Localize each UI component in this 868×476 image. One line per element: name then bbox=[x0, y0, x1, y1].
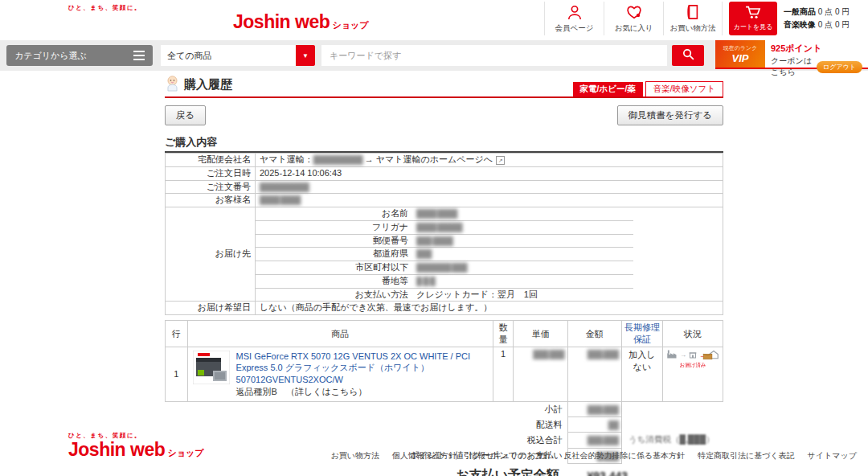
payment-method-value: クレジットカード：翌月 1回 bbox=[412, 288, 633, 301]
delivery-date-label: お届け希望日 bbox=[166, 302, 256, 315]
house-icon bbox=[708, 349, 719, 361]
view-cart-button[interactable]: カートを見る bbox=[729, 2, 777, 35]
footer-link-privacy[interactable]: 個人情報保護方針 bbox=[392, 450, 457, 462]
search-icon bbox=[682, 47, 695, 64]
issue-quote-button[interactable]: 御見積書を発行する bbox=[617, 105, 723, 125]
col-line: 行 bbox=[166, 321, 188, 347]
logout-button[interactable]: ログアウト bbox=[817, 61, 862, 73]
category-menu-label: カテゴリから選ぶ bbox=[14, 50, 87, 62]
table-row: 都道府県███ bbox=[256, 248, 633, 261]
category-menu-button[interactable]: カテゴリから選ぶ bbox=[6, 45, 153, 66]
heart-icon bbox=[625, 11, 643, 23]
category-select-value: 全ての商品 bbox=[161, 50, 296, 62]
status-cell: → → お届け済み bbox=[662, 347, 723, 402]
site-logo[interactable]: ひと、まち、笑顔に。 Joshin web ショップ bbox=[68, 5, 369, 31]
table-row: お名前████ ████ bbox=[256, 207, 633, 220]
carrier-label: 宅配便会社名 bbox=[166, 154, 256, 167]
site-footer: ひと、まち、笑顔に。 Joshin web ショップ お買い物方法 個人情報保護… bbox=[0, 431, 868, 476]
product-image[interactable] bbox=[193, 351, 230, 398]
footer-link-sitemap[interactable]: サイトマップ bbox=[808, 450, 857, 462]
cart-summary-media: 音楽映像 0 点 0 円 bbox=[784, 18, 860, 31]
factory-icon bbox=[666, 349, 678, 361]
page-title-bar: 購入履歴 家電/ホビー/薬 音楽/映像ソフト bbox=[165, 71, 723, 98]
site-header: ひと、まち、笑顔に。 Joshin web ショップ 会員ページ お気に入り お… bbox=[0, 0, 868, 40]
amount-value: ███,███ bbox=[567, 347, 621, 402]
logo-suffix: ショップ bbox=[333, 20, 369, 30]
footer-logo[interactable]: ひと、まち、笑顔に。 Joshin web ショップ bbox=[68, 433, 204, 459]
customer-name-label: お客様名 bbox=[166, 194, 256, 207]
store-icon bbox=[688, 350, 698, 361]
hamburger-icon bbox=[133, 48, 145, 63]
table-row: お支払い方法クレジットカード：翌月 1回 bbox=[256, 288, 633, 301]
rank-badge: 現在のランク VIP bbox=[715, 40, 765, 68]
main-content: 購入履歴 家電/ホビー/薬 音楽/映像ソフト 戻る 御見積書を発行する ご購入内… bbox=[165, 71, 723, 476]
delivery-date-value: しない（商品の手配ができ次第、最速でお届けします。） bbox=[256, 302, 723, 315]
product-row: 1 MSI GeForce RTX 5070 12G VENTUS 2X OC … bbox=[166, 347, 723, 402]
search-input[interactable] bbox=[321, 45, 667, 66]
tab-appliance-hobby[interactable]: 家電/ホビー/薬 bbox=[573, 82, 643, 96]
person-icon bbox=[566, 11, 583, 23]
line-number: 1 bbox=[166, 347, 188, 402]
category-select[interactable]: 全ての商品 ▼ bbox=[161, 45, 315, 66]
order-info-table: 宅配便会社名 ヤマト運輸：██████████ → ヤマト運輸のホームページへ↗… bbox=[165, 153, 723, 315]
book-icon bbox=[686, 11, 700, 23]
col-unit-price: 単価 bbox=[514, 321, 567, 347]
order-number-label: ご注文番号 bbox=[166, 180, 256, 194]
rank-label: 現在のランク bbox=[723, 44, 758, 52]
subtotal-row: 小計 ███,███ bbox=[166, 401, 723, 416]
header-nav: 会員ページ お気に入り お買い物方法 カートを見る 一般商品 0 点 0 円 音… bbox=[544, 2, 868, 35]
order-number-value: ██████████ bbox=[256, 180, 723, 194]
nav-favorites[interactable]: お気に入り bbox=[604, 2, 663, 35]
customer-name-value: ████ ████ bbox=[256, 194, 723, 207]
table-row: 市区町村以下███████ ███ bbox=[256, 261, 633, 275]
nav-member-page[interactable]: 会員ページ bbox=[544, 2, 604, 35]
col-status: 状況 bbox=[662, 321, 723, 347]
warranty-value: 加入しない bbox=[621, 347, 662, 402]
footer-link-shopping[interactable]: お買い物方法 bbox=[331, 450, 379, 462]
package-icon bbox=[702, 352, 713, 362]
return-type-note[interactable]: 返品種別B （詳しくはこちら） bbox=[236, 386, 488, 398]
tracking-number-masked: ██████████ bbox=[313, 155, 362, 164]
ship-to-block: お名前████ ████ フリガナ████ █████ 郵便番号███-████… bbox=[256, 207, 723, 302]
cart-icon bbox=[745, 6, 761, 22]
search-button[interactable] bbox=[672, 45, 704, 66]
carrier-homepage-link[interactable]: → ヤマト運輸のホームページへ bbox=[365, 154, 493, 164]
member-rank-panel: 現在のランク VIP 925ポイント クーポンはこちら ログアウト bbox=[715, 40, 868, 69]
coupon-link[interactable]: クーポンはこちら bbox=[771, 55, 812, 78]
table-row: 番地等█-█-█ bbox=[256, 274, 633, 288]
nav-shopping-guide[interactable]: お買い物方法 bbox=[663, 2, 723, 35]
table-row: ご注文番号 ██████████ bbox=[166, 180, 723, 194]
status-text: お届け済み bbox=[666, 362, 719, 369]
chevron-down-icon: ▼ bbox=[296, 45, 315, 66]
footer-link-security[interactable]: 情報セキュリティ方針 bbox=[469, 450, 551, 462]
mascot-icon bbox=[165, 75, 180, 94]
table-row: ご注文日時 2025-12-14 10:06:43 bbox=[166, 166, 723, 180]
ship-to-label: お届け先 bbox=[166, 207, 256, 302]
order-date-value: 2025-12-14 10:06:43 bbox=[256, 166, 723, 180]
footer-link-antisocial[interactable]: 反社会的勢力排除に係る基本方針 bbox=[563, 450, 684, 462]
history-tabs: 家電/ホビー/薬 音楽/映像ソフト bbox=[573, 81, 723, 96]
table-row: お届け先 お名前████ ████ フリガナ████ █████ 郵便番号███… bbox=[166, 207, 723, 302]
cart-summary: 一般商品 0 点 0 円 音楽映像 0 点 0 円 bbox=[784, 6, 868, 31]
product-name-link[interactable]: MSI GeForce RTX 5070 12G VENTUS 2X OC WH… bbox=[236, 351, 488, 374]
footer-link-tokushoho[interactable]: 特定商取引法に基づく表記 bbox=[698, 450, 795, 462]
external-link-icon: ↗ bbox=[496, 156, 505, 165]
col-amount: 金額 bbox=[567, 321, 621, 347]
rank-panel-right: 925ポイント クーポンはこちら ログアウト bbox=[765, 40, 868, 68]
section-title: ご購入内容 bbox=[165, 135, 723, 153]
back-button[interactable]: 戻る bbox=[165, 105, 206, 125]
cart-button-label: カートを見る bbox=[734, 23, 773, 31]
product-model-link[interactable]: 507012GVENTUS2XOC/W bbox=[236, 374, 488, 385]
table-row: お届け希望日 しない（商品の手配ができ次第、最速でお届けします。） bbox=[166, 302, 723, 315]
col-product: 商品 bbox=[187, 321, 493, 347]
subtotal-value: ███,███ bbox=[567, 401, 621, 416]
tab-music-video[interactable]: 音楽/映像ソフト bbox=[645, 81, 723, 96]
arrow-icon: → bbox=[680, 351, 686, 359]
col-warranty-link[interactable]: 長期修理保証 bbox=[621, 321, 662, 347]
rank-value: VIP bbox=[732, 52, 749, 64]
quantity-value: 1 bbox=[493, 347, 514, 402]
table-row: お客様名 ████ ████ bbox=[166, 194, 723, 207]
nav-label: お気に入り bbox=[604, 23, 663, 34]
search-bar: カテゴリから選ぶ 全ての商品 ▼ 現在のランク VIP 925ポイント クーポン… bbox=[0, 40, 868, 71]
order-date-label: ご注文日時 bbox=[166, 166, 256, 180]
